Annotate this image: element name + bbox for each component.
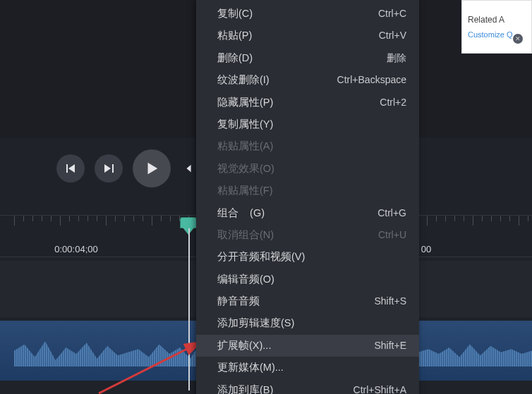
menu-item-shortcut: Ctrl+G (377, 207, 406, 219)
menu-item[interactable]: 添加到库(B)Ctrl+Shift+A (196, 379, 419, 394)
menu-item[interactable]: 复制属性(Y) (196, 113, 419, 135)
ruler-tick (509, 216, 510, 221)
ruler-tick (427, 216, 428, 226)
menu-item-label: 添加剪辑速度(S) (217, 317, 406, 329)
related-label: Related A (468, 15, 526, 25)
ruler-tick (60, 216, 61, 226)
menu-item-label: 取消组合(N) (217, 229, 378, 241)
menu-item[interactable]: 扩展帧(X)...Shift+E (196, 335, 419, 357)
menu-item-label: 静音音频 (217, 295, 374, 307)
ruler-tick (436, 216, 437, 221)
menu-item-shortcut: Ctrl+V (379, 30, 406, 42)
playhead-handle[interactable] (180, 217, 197, 228)
ruler-tick (69, 216, 70, 221)
context-menu: 复制(C)Ctrl+C粘贴(P)Ctrl+V删除(D)删除纹波删除(I)Ctrl… (196, 0, 419, 394)
menu-item: 视觉效果(O) (196, 158, 419, 180)
menu-item[interactable]: 分开音频和视频(V) (196, 246, 419, 268)
ruler-tick (528, 216, 528, 221)
menu-item-shortcut: Shift+E (374, 340, 406, 352)
prev-frame-button[interactable] (56, 154, 85, 183)
menu-item-label: 隐藏属性(P) (217, 97, 380, 109)
ruler-tick (464, 216, 464, 221)
ruler-tick (14, 216, 15, 226)
menu-item[interactable]: 静音音频Shift+S (196, 290, 419, 312)
ruler-tick (106, 216, 107, 226)
ruler-tick (152, 216, 152, 226)
menu-item-label: 粘贴属性(A) (217, 140, 406, 152)
menu-item-shortcut: Ctrl+2 (380, 97, 406, 109)
ruler-time-label: 00 (421, 244, 431, 254)
menu-item[interactable]: 删除(D)删除 (196, 47, 419, 69)
menu-item-label: 纹波删除(I) (217, 74, 337, 86)
menu-item-label: 视觉效果(O) (217, 163, 406, 175)
ruler-time-label: 0:00:04;00 (54, 244, 97, 254)
close-icon[interactable]: ✕ (513, 34, 523, 44)
play-button[interactable] (133, 149, 171, 187)
playhead[interactable] (180, 217, 197, 228)
menu-item[interactable]: 粘贴(P)Ctrl+V (196, 25, 419, 47)
ruler-tick (161, 216, 162, 221)
menu-item[interactable]: 编辑音频(O) (196, 269, 419, 290)
menu-item-label: 添加到库(B) (217, 384, 353, 394)
ruler-tick (23, 216, 24, 221)
ruler-tick (473, 216, 473, 226)
menu-item-label: 编辑音频(O) (217, 273, 406, 285)
ruler-tick (32, 216, 33, 221)
menu-item[interactable]: 隐藏属性(P)Ctrl+2 (196, 92, 419, 113)
menu-item-shortcut: Ctrl+C (378, 8, 406, 20)
menu-item-label: 组合 (G) (217, 207, 377, 219)
menu-item-label: 粘贴(P) (217, 30, 379, 42)
menu-item[interactable]: 添加剪辑速度(S) (196, 312, 419, 334)
menu-item-label: 扩展帧(X)... (217, 340, 374, 352)
ruler-tick (42, 216, 42, 221)
next-frame-button[interactable] (95, 154, 123, 183)
ruler-tick (97, 216, 97, 221)
ruler-tick (115, 216, 116, 221)
ruler-tick (51, 216, 52, 221)
playhead-line (188, 228, 190, 390)
right-side-panel: Related A Customize Q (461, 0, 532, 54)
menu-item-label: 分开音频和视频(V) (217, 251, 406, 263)
ruler-tick (143, 216, 143, 221)
ruler-tick (87, 216, 88, 221)
menu-item-label: 更新媒体(M)... (217, 362, 406, 374)
menu-item-label: 复制属性(Y) (217, 118, 406, 130)
menu-item[interactable]: 组合 (G)Ctrl+G (196, 202, 419, 224)
ruler-tick (454, 216, 455, 221)
ruler-tick (491, 216, 492, 221)
ruler-tick (124, 216, 125, 221)
menu-item[interactable]: 复制(C)Ctrl+C (196, 3, 419, 25)
ruler-tick (445, 216, 446, 221)
ruler-tick (133, 216, 134, 221)
transport-controls (56, 149, 198, 187)
menu-item-shortcut: 删除 (387, 52, 406, 64)
menu-item: 粘贴属性(F) (196, 180, 419, 202)
menu-item: 粘贴属性(A) (196, 135, 419, 157)
menu-item-label: 粘贴属性(F) (217, 185, 406, 197)
menu-item-shortcut: Ctrl+Shift+A (353, 384, 406, 394)
menu-item-shortcut: Ctrl+U (378, 229, 406, 241)
step-back-button[interactable] (181, 154, 198, 183)
menu-item[interactable]: 更新媒体(M)... (196, 357, 419, 378)
menu-item: 取消组合(N)Ctrl+U (196, 224, 419, 246)
menu-item-shortcut: Ctrl+Backspace (337, 74, 406, 86)
menu-item[interactable]: 纹波删除(I)Ctrl+Backspace (196, 69, 419, 91)
ruler-tick (78, 216, 79, 221)
ruler-tick (500, 216, 501, 221)
ruler-tick (482, 216, 483, 221)
menu-item-label: 复制(C) (217, 8, 378, 20)
ruler-tick (170, 216, 171, 221)
ruler-tick (519, 216, 519, 226)
menu-item-label: 删除(D) (217, 52, 387, 64)
menu-item-shortcut: Shift+S (374, 295, 406, 307)
